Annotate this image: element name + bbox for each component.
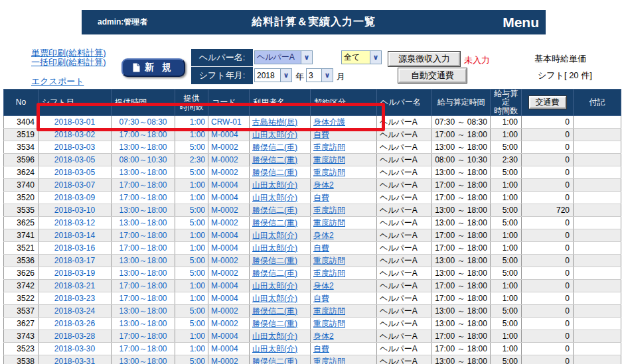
cell-contract-type-link[interactable]: 重度訪問 <box>313 306 345 316</box>
year-select[interactable]: 2018 ∨ <box>254 68 292 82</box>
cell-code: M-0002 <box>208 305 250 318</box>
cell-pay-time: 07:30 ～ 08:30 <box>432 116 491 129</box>
cell-contract-type-link[interactable]: 自費 <box>313 344 329 353</box>
cell-contract-type-link[interactable]: 身体2 <box>313 231 334 240</box>
cell-helper-name: ヘルパーA <box>377 192 432 204</box>
month-select[interactable]: 3 ∨ <box>306 68 333 82</box>
cell-provide-time: 13:00～18:00 <box>112 141 175 154</box>
cell-shift-date: 2018-03-05 <box>39 166 112 179</box>
cell-user-name-link[interactable]: 山田太郎(介) <box>252 281 297 290</box>
cell-contract-type-link[interactable]: 重度訪問 <box>313 206 345 215</box>
cell-user-name-link[interactable]: 山田太郎(介) <box>252 180 297 190</box>
cell-user-name: 勝俣信二(重) <box>250 217 311 229</box>
cell-user-name-link[interactable]: 山田太郎(介) <box>252 294 297 303</box>
cell-user-name: 山田太郎(介) <box>250 192 311 204</box>
cell-pay-time: 17:00 ～ 18:00 <box>432 192 491 204</box>
cell-provide-hours: 1:00 <box>175 242 208 255</box>
col-header-code: コード <box>208 90 250 116</box>
cell-user-name-link[interactable]: 勝俣信二(重) <box>252 143 297 152</box>
cell-contract-type-link[interactable]: 身体2 <box>313 281 334 290</box>
cell-contract-type: 自費 <box>311 192 377 204</box>
cell-user-name-link[interactable]: 勝俣信二(重) <box>252 256 297 265</box>
cell-user-name-link[interactable]: 勝俣信二(重) <box>252 168 297 177</box>
cell-contract-type-link[interactable]: 重度訪問 <box>313 143 345 152</box>
cell-contract-type-link[interactable]: 重度訪問 <box>313 269 345 278</box>
cell-contract-type-link[interactable]: 身体介護 <box>313 117 345 127</box>
cell-pay-hours: 1:00 <box>491 330 522 343</box>
cell-provide-hours: 5:00 <box>175 255 208 267</box>
cell-shift-date: 2018-03-09 <box>39 192 112 204</box>
cell-pay-time: 17:00 ～ 18:00 <box>432 179 491 192</box>
cell-provide-hours: 5:00 <box>175 204 208 217</box>
cell-user-name-link[interactable]: 勝俣信二(重) <box>252 218 297 227</box>
menu-link[interactable]: Menu <box>503 15 539 30</box>
table-row: 35342018-03-0313:00～18:005:00M-0002勝俣信二(… <box>4 141 621 154</box>
fare-header-button[interactable]: 交通費 <box>529 96 566 109</box>
table-row: 36262018-03-1913:00～18:005:00M-0002勝俣信二(… <box>4 267 621 280</box>
cell-contract-type-link[interactable]: 身体2 <box>313 332 334 341</box>
cell-user-name-link[interactable]: 山田太郎(介) <box>252 344 297 353</box>
cell-pay-time: 17:00 ～ 18:00 <box>432 242 491 255</box>
cell-contract-type-link[interactable]: 重度訪問 <box>313 168 345 177</box>
cell-helper-name: ヘルパーA <box>377 141 432 154</box>
cell-provide-hours: 5:00 <box>175 141 208 154</box>
cell-shift-date: 2018-03-12 <box>39 217 112 229</box>
cell-note <box>574 229 621 242</box>
cell-note <box>574 355 621 364</box>
cell-provide-hours: 1:00 <box>175 129 208 141</box>
cell-contract-type-link[interactable]: 自費 <box>313 130 329 139</box>
cell-user-name: 勝俣信二(重) <box>250 305 311 318</box>
cell-contract-type-link[interactable]: 重度訪問 <box>313 357 345 364</box>
cell-contract-type-link[interactable]: 重度訪問 <box>313 256 345 265</box>
withholding-input-button[interactable]: 源泉徴収入力 <box>388 52 460 66</box>
cell-user-name-link[interactable]: 山田太郎(介) <box>252 130 297 139</box>
col-header-shift-date: シフト日 <box>39 90 112 116</box>
print-links: 単票印刷(給料計算) 一括印刷(給料計算) <box>31 48 106 67</box>
cell-no: 3522 <box>4 292 39 305</box>
new-record-button[interactable]: 新 規 <box>121 58 185 77</box>
all-filter-select[interactable]: 全て ∨ <box>341 50 382 64</box>
cell-provide-time: 13:00～18:00 <box>112 217 175 229</box>
cell-contract-type: 重度訪問 <box>311 267 377 280</box>
cell-user-name-link[interactable]: 勝俣信二(重) <box>252 319 297 328</box>
cell-user-name-link[interactable]: 古島祐樹(居) <box>252 117 297 127</box>
cell-contract-type-link[interactable]: 重度訪問 <box>313 218 345 227</box>
cell-note <box>574 179 621 192</box>
cell-contract-type-link[interactable]: 重度訪問 <box>313 319 345 328</box>
single-print-link[interactable]: 単票印刷(給料計算) <box>31 48 106 58</box>
cell-user-name-link[interactable]: 勝俣信二(重) <box>252 206 297 215</box>
cell-user-name-link[interactable]: 勝俣信二(重) <box>252 155 297 164</box>
cell-helper-name: ヘルパーA <box>377 305 432 318</box>
cell-shift-date: 2018-03-03 <box>39 141 112 154</box>
cell-contract-type-link[interactable]: 自費 <box>313 243 329 253</box>
cell-provide-hours: 1:00 <box>175 229 208 242</box>
cell-contract-type-link[interactable]: 自費 <box>313 193 329 202</box>
cell-contract-type-link[interactable]: 重度訪問 <box>313 155 345 164</box>
cell-helper-name: ヘルパーA <box>377 242 432 255</box>
cell-shift-date: 2018-03-24 <box>39 305 112 318</box>
cell-fare: 0 <box>522 292 574 305</box>
auto-fare-button[interactable]: 自動交通費 <box>398 68 467 83</box>
cell-provide-hours: 2:30 <box>175 154 208 166</box>
cell-helper-name: ヘルパーA <box>377 318 432 330</box>
cell-user-name: 勝俣信二(重) <box>250 267 311 280</box>
cell-user-name-link[interactable]: 山田太郎(介) <box>252 243 297 253</box>
cell-pay-hours: 1:00 <box>491 292 522 305</box>
cell-user-name-link[interactable]: 勝俣信二(重) <box>252 306 297 316</box>
batch-print-link[interactable]: 一括印刷(給料計算) <box>31 58 106 67</box>
cell-pay-hours: 5:00 <box>491 267 522 280</box>
cell-user-name-link[interactable]: 勝俣信二(重) <box>252 357 297 364</box>
helper-name-select[interactable]: ヘルパーA ∨ <box>254 50 313 64</box>
export-link[interactable]: エクスポート <box>31 76 84 88</box>
all-filter-select-value: 全て <box>342 51 370 64</box>
cell-note <box>574 141 621 154</box>
cell-code: M-0002 <box>208 204 250 217</box>
cell-contract-type-link[interactable]: 身体2 <box>313 180 334 190</box>
cell-provide-hours: 5:00 <box>175 166 208 179</box>
cell-provide-time: 13:00～18:00 <box>112 255 175 267</box>
cell-user-name-link[interactable]: 山田太郎(介) <box>252 193 297 202</box>
cell-user-name-link[interactable]: 山田太郎(介) <box>252 231 297 240</box>
cell-contract-type-link[interactable]: 自費 <box>313 294 329 303</box>
cell-user-name-link[interactable]: 山田太郎(介) <box>252 332 297 341</box>
cell-user-name-link[interactable]: 勝俣信二(重) <box>252 269 297 278</box>
